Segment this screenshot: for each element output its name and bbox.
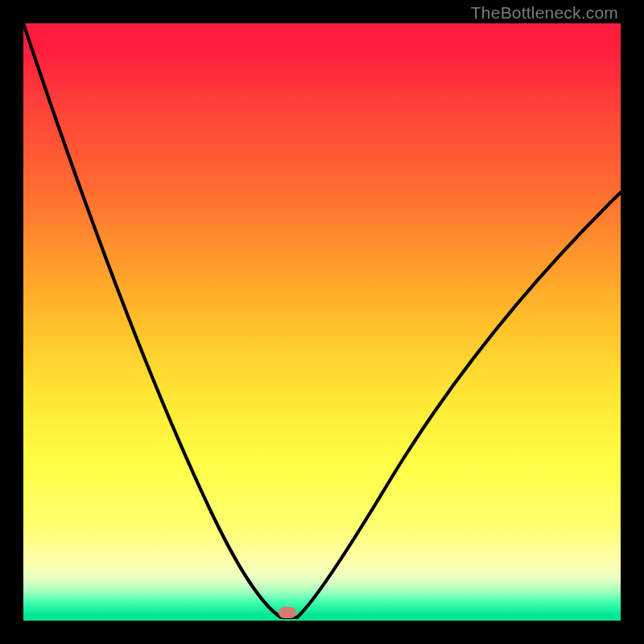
optimum-marker bbox=[279, 607, 296, 618]
chart-frame: TheBottleneck.com bbox=[0, 0, 644, 644]
bottleneck-curve bbox=[23, 23, 621, 621]
plot-area bbox=[23, 23, 621, 621]
watermark-text: TheBottleneck.com bbox=[471, 3, 618, 23]
curve-path bbox=[23, 23, 621, 617]
